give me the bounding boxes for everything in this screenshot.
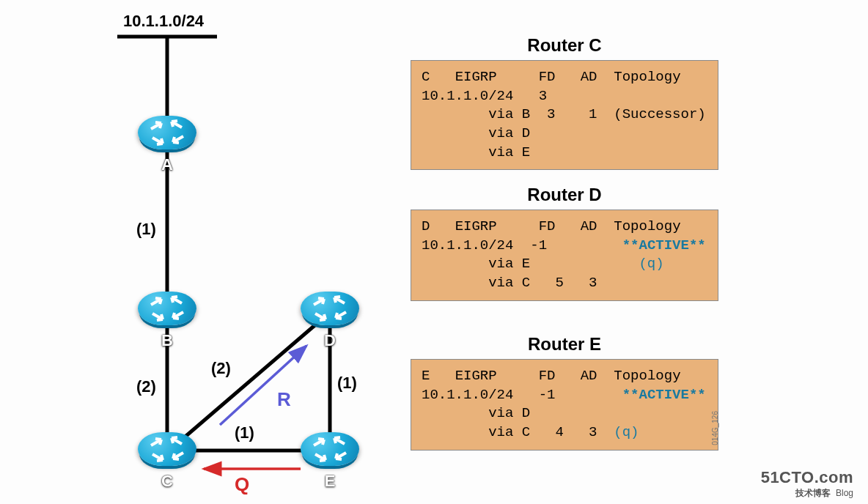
cost-C-E: (1) (235, 423, 254, 442)
router-c-body: C EIGRP FD AD Topology 10.1.1.0/24 3 via… (411, 60, 718, 170)
router-E-label: E (325, 472, 336, 491)
watermark: 51CTO.com 技术博客 Blog (761, 468, 853, 500)
router-D: D (301, 292, 359, 325)
router-B-label: B (161, 331, 173, 350)
router-C: C (138, 432, 196, 466)
router-d-title: Router D (411, 185, 718, 205)
router-C-label: C (161, 472, 173, 491)
watermark-tag2: Blog (836, 488, 853, 498)
cost-C-D: (2) (211, 359, 231, 378)
router-D-label: D (324, 331, 336, 350)
router-A-label: A (161, 155, 173, 174)
router-B: B (138, 292, 196, 325)
flow-R-label: R (277, 388, 291, 411)
router-e-table: Router E E EIGRP FD AD Topology 10.1.1.0… (411, 334, 718, 451)
network-prefix: 10.1.1.0/24 (123, 12, 204, 31)
router-A: A (138, 116, 196, 149)
cost-B-C: (2) (136, 377, 156, 396)
watermark-site: 51CTO.com (761, 468, 853, 487)
flow-Q-label: Q (235, 473, 249, 496)
flow-R-arrow (220, 346, 306, 425)
router-c-table: Router C C EIGRP FD AD Topology 10.1.1.0… (411, 35, 718, 170)
watermark-tagline: 技术博客 (795, 488, 831, 498)
router-e-title: Router E (411, 334, 718, 355)
router-c-title: Router C (411, 35, 718, 56)
cost-A-B: (1) (136, 220, 156, 239)
router-E: E (301, 432, 359, 466)
router-d-table: Router D D EIGRP FD AD Topology 10.1.1.0… (411, 185, 718, 301)
svg-line-4 (182, 319, 323, 440)
router-d-body: D EIGRP FD AD Topology 10.1.1.0/24 -1 **… (411, 210, 718, 301)
slide-code: 014G_126 (711, 411, 719, 445)
cost-D-E: (1) (337, 374, 357, 393)
router-e-body: E EIGRP FD AD Topology 10.1.1.0/24 -1 **… (411, 359, 718, 451)
